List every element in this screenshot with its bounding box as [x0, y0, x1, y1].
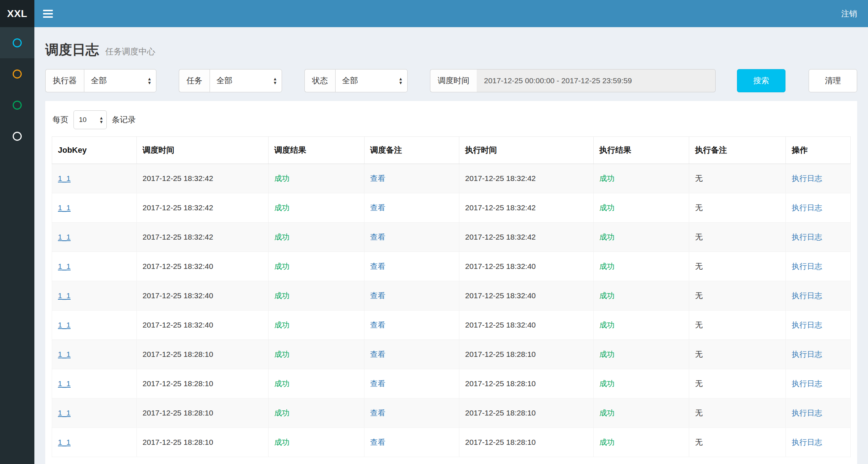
handle-result-text: 成功 — [599, 233, 615, 241]
jobkey-link[interactable]: 1_1 — [58, 203, 71, 212]
trigger-msg-link[interactable]: 查看 — [370, 409, 385, 417]
col-header-handle-result: 执行结果 — [593, 137, 689, 164]
trigger-result-text: 成功 — [274, 174, 290, 182]
trigger-result-text: 成功 — [274, 321, 290, 329]
handle-result-text: 成功 — [599, 203, 615, 212]
executor-filter-label: 执行器 — [45, 69, 84, 92]
filter-time-group: 调度时间 — [430, 69, 716, 92]
app-logo[interactable]: XXL — [0, 0, 34, 27]
trigger-result-text: 成功 — [274, 409, 290, 417]
jobkey-link[interactable]: 1_1 — [58, 438, 71, 446]
page-size-prefix: 每页 — [52, 114, 68, 125]
status-filter-select[interactable]: 全部 ▲▼ — [335, 69, 408, 92]
circle-icon — [13, 38, 22, 47]
trigger-msg-link[interactable]: 查看 — [370, 262, 385, 270]
col-header-trigger-msg: 调度备注 — [364, 137, 459, 164]
handle-result-text: 成功 — [599, 379, 615, 388]
status-select-value: 全部 — [342, 75, 358, 86]
action-link[interactable]: 执行日志 — [792, 291, 822, 300]
trigger-msg-link[interactable]: 查看 — [370, 438, 385, 446]
select-arrows-icon: ▲▼ — [273, 77, 277, 85]
logout-link[interactable]: 注销 — [830, 0, 868, 27]
handle-time-cell: 2017-12-25 18:32:40 — [459, 252, 594, 281]
table-row: 1_1 2017-12-25 18:32:42 成功 查看 2017-12-25… — [52, 223, 851, 252]
circle-icon — [13, 69, 22, 79]
trigger-msg-link[interactable]: 查看 — [370, 291, 385, 300]
handle-msg-cell: 无 — [689, 252, 786, 281]
trigger-msg-link[interactable]: 查看 — [370, 203, 385, 212]
action-link[interactable]: 执行日志 — [792, 350, 822, 358]
trigger-msg-link[interactable]: 查看 — [370, 174, 385, 182]
action-link[interactable]: 执行日志 — [792, 379, 822, 388]
trigger-msg-link[interactable]: 查看 — [370, 233, 385, 241]
handle-result-text: 成功 — [599, 350, 615, 358]
jobkey-link[interactable]: 1_1 — [58, 321, 71, 329]
trigger-time-cell: 2017-12-25 18:28:10 — [136, 340, 268, 369]
jobkey-link[interactable]: 1_1 — [58, 409, 71, 417]
handle-result-text: 成功 — [599, 174, 615, 182]
action-link[interactable]: 执行日志 — [792, 262, 822, 270]
page-size-value: 10 — [79, 116, 87, 124]
trigger-msg-link[interactable]: 查看 — [370, 350, 385, 358]
trigger-time-range-input[interactable] — [477, 69, 716, 92]
handle-time-cell: 2017-12-25 18:28:10 — [459, 398, 594, 428]
job-filter-select[interactable]: 全部 ▲▼ — [210, 69, 282, 92]
trigger-time-cell: 2017-12-25 18:28:10 — [136, 428, 268, 457]
page-size-select[interactable]: 10 ▲▼ — [73, 110, 107, 129]
page-size-row: 每页 10 ▲▼ 条记录 — [52, 110, 851, 129]
action-link[interactable]: 执行日志 — [792, 174, 822, 182]
handle-result-text: 成功 — [599, 291, 615, 300]
status-filter-label: 状态 — [304, 69, 335, 92]
trigger-time-cell: 2017-12-25 18:28:10 — [136, 398, 268, 428]
clear-button[interactable]: 清理 — [809, 69, 857, 92]
action-link[interactable]: 执行日志 — [792, 203, 822, 212]
content-area: 调度日志 任务调度中心 执行器 全部 ▲▼ 任务 全部 ▲▼ — [34, 27, 868, 464]
action-link[interactable]: 执行日志 — [792, 233, 822, 241]
action-link[interactable]: 执行日志 — [792, 321, 822, 329]
filter-bar: 执行器 全部 ▲▼ 任务 全部 ▲▼ 状态 — [45, 69, 857, 92]
table-row: 1_1 2017-12-25 18:32:42 成功 查看 2017-12-25… — [52, 193, 851, 223]
trigger-time-cell: 2017-12-25 18:32:40 — [136, 281, 268, 311]
log-table-body: 1_1 2017-12-25 18:32:42 成功 查看 2017-12-25… — [52, 164, 851, 457]
handle-time-cell: 2017-12-25 18:28:10 — [459, 369, 594, 398]
trigger-time-cell: 2017-12-25 18:32:40 — [136, 252, 268, 281]
handle-result-text: 成功 — [599, 409, 615, 417]
select-arrows-icon: ▲▼ — [147, 77, 152, 85]
action-link[interactable]: 执行日志 — [792, 409, 822, 417]
sidebar-item-2[interactable] — [0, 58, 34, 89]
table-header-row: JobKey 调度时间 调度结果 调度备注 执行时间 执行结果 执行备注 操作 — [52, 137, 851, 164]
col-header-jobkey: JobKey — [52, 137, 137, 164]
jobkey-link[interactable]: 1_1 — [58, 291, 71, 300]
main-layout: 调度日志 任务调度中心 执行器 全部 ▲▼ 任务 全部 ▲▼ — [0, 27, 868, 464]
sidebar-item-3[interactable] — [0, 89, 34, 121]
trigger-msg-link[interactable]: 查看 — [370, 321, 385, 329]
handle-time-cell: 2017-12-25 18:28:10 — [459, 340, 594, 369]
executor-filter-select[interactable]: 全部 ▲▼ — [84, 69, 156, 92]
handle-msg-cell: 无 — [689, 398, 786, 428]
handle-msg-cell: 无 — [689, 340, 786, 369]
sidebar-item-1[interactable] — [0, 27, 34, 58]
trigger-result-text: 成功 — [274, 291, 290, 300]
handle-time-cell: 2017-12-25 18:32:42 — [459, 164, 594, 193]
handle-time-cell: 2017-12-25 18:32:40 — [459, 281, 594, 311]
log-panel: 每页 10 ▲▼ 条记录 JobKey 调度时间 — [45, 101, 857, 464]
sidebar-item-4[interactable] — [0, 121, 34, 152]
col-header-trigger-time: 调度时间 — [136, 137, 268, 164]
circle-icon — [13, 132, 22, 141]
jobkey-link[interactable]: 1_1 — [58, 174, 71, 182]
handle-result-text: 成功 — [599, 438, 615, 446]
filter-status-group: 状态 全部 ▲▼ — [304, 69, 408, 92]
trigger-msg-link[interactable]: 查看 — [370, 379, 385, 388]
action-link[interactable]: 执行日志 — [792, 438, 822, 446]
jobkey-link[interactable]: 1_1 — [58, 233, 71, 241]
jobkey-link[interactable]: 1_1 — [58, 379, 71, 388]
trigger-time-cell: 2017-12-25 18:32:40 — [136, 311, 268, 340]
search-button[interactable]: 搜索 — [737, 69, 785, 92]
app-logo-text: XXL — [7, 8, 28, 20]
jobkey-link[interactable]: 1_1 — [58, 262, 71, 270]
sidebar-toggle-button[interactable] — [34, 0, 61, 27]
dispatch-log-table: JobKey 调度时间 调度结果 调度备注 执行时间 执行结果 执行备注 操作 … — [52, 136, 851, 457]
handle-time-cell: 2017-12-25 18:32:42 — [459, 223, 594, 252]
jobkey-link[interactable]: 1_1 — [58, 350, 71, 358]
handle-msg-cell: 无 — [689, 428, 786, 457]
